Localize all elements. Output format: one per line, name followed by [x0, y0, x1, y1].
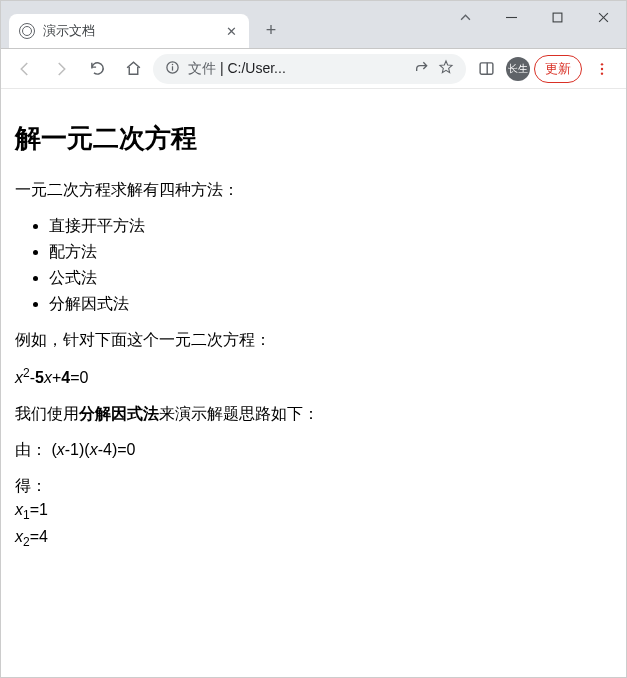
svg-point-6 — [172, 63, 174, 65]
address-text: 文件 | C:/User... — [188, 60, 406, 78]
bookmark-icon[interactable] — [438, 59, 454, 78]
new-tab-button[interactable]: + — [257, 16, 285, 44]
equation: x2-5x+4=0 — [15, 364, 612, 390]
menu-icon[interactable] — [586, 53, 618, 85]
address-bar[interactable]: 文件 | C:/User... — [153, 54, 466, 84]
browser-toolbar: 文件 | C:/User... 长生 更新 — [1, 49, 626, 89]
update-button[interactable]: 更新 — [534, 55, 582, 83]
tab-strip: 演示文档 ✕ + — [1, 6, 442, 48]
side-panel-icon[interactable] — [470, 53, 502, 85]
window-titlebar: 演示文档 ✕ + — [1, 1, 626, 49]
site-info-icon[interactable] — [165, 60, 180, 78]
back-button[interactable] — [9, 53, 41, 85]
window-more-icon[interactable] — [442, 1, 488, 33]
methods-list: 直接开平方法 配方法 公式法 分解因式法 — [49, 214, 612, 316]
forward-button[interactable] — [45, 53, 77, 85]
globe-icon — [19, 23, 35, 39]
page-content: 解一元二次方程 一元二次方程求解有四种方法： 直接开平方法 配方法 公式法 分解… — [1, 89, 626, 677]
solve-lead: 我们使用分解因式法来演示解题思路如下： — [15, 402, 612, 426]
svg-rect-1 — [553, 13, 562, 22]
svg-point-9 — [601, 63, 603, 65]
intro-text: 一元二次方程求解有四种方法： — [15, 178, 612, 202]
browser-tab[interactable]: 演示文档 ✕ — [9, 14, 249, 48]
list-item: 公式法 — [49, 266, 612, 290]
close-tab-icon[interactable]: ✕ — [223, 23, 239, 39]
page-title: 解一元二次方程 — [15, 119, 612, 158]
profile-avatar[interactable]: 长生 — [506, 57, 530, 81]
factor-step: 由： (x-1)(x-4)=0 — [15, 438, 612, 462]
window-close-button[interactable] — [580, 1, 626, 33]
example-lead: 例如，针对下面这个一元二次方程： — [15, 328, 612, 352]
list-item: 分解因式法 — [49, 292, 612, 316]
window-maximize-button[interactable] — [534, 1, 580, 33]
reload-button[interactable] — [81, 53, 113, 85]
list-item: 配方法 — [49, 240, 612, 264]
list-item: 直接开平方法 — [49, 214, 612, 238]
share-icon[interactable] — [414, 59, 430, 78]
window-minimize-button[interactable] — [488, 1, 534, 33]
roots: 得： x1=1 x2=4 — [15, 474, 612, 550]
window-controls — [442, 1, 626, 48]
home-button[interactable] — [117, 53, 149, 85]
svg-point-11 — [601, 72, 603, 74]
tab-title: 演示文档 — [43, 22, 223, 40]
svg-point-10 — [601, 67, 603, 69]
